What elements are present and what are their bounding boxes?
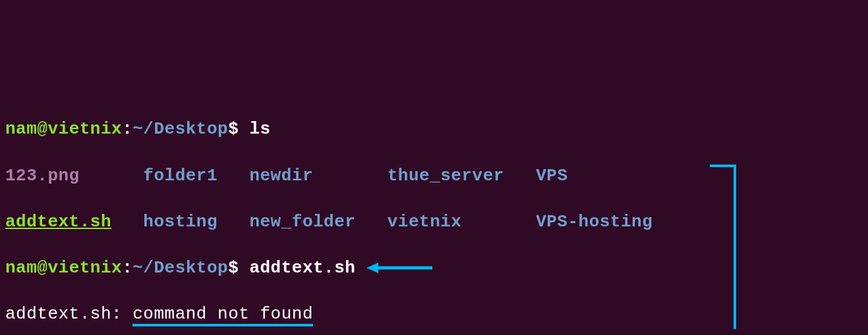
arrow-icon xyxy=(366,262,432,274)
prompt-at: @ xyxy=(37,258,47,278)
file-dir: hosting xyxy=(143,212,217,232)
prompt-colon: : xyxy=(122,258,132,278)
error-message: command not found xyxy=(132,304,313,326)
file-dir: newdir xyxy=(249,166,313,186)
prompt-path: ~/Desktop xyxy=(132,258,228,278)
prompt-dollar: $ xyxy=(228,258,239,278)
svg-marker-1 xyxy=(366,263,378,273)
file-dir: VPS xyxy=(536,166,567,186)
file-dir: folder1 xyxy=(143,166,217,186)
file-dir: thue_server xyxy=(388,166,504,186)
prompt-host: vietnix xyxy=(47,258,122,278)
file-dir: VPS-hosting xyxy=(536,212,652,232)
prompt-user: nam xyxy=(5,258,37,278)
file-png: 123.png xyxy=(5,166,80,186)
prompt-colon: : xyxy=(122,119,132,139)
prompt-path: ~/Desktop xyxy=(132,119,228,139)
command-ls: ls xyxy=(249,119,270,139)
command-attempt1: addtext.sh xyxy=(249,258,355,278)
prompt-dollar: $ xyxy=(228,119,239,139)
bracket-annotation xyxy=(710,165,736,329)
file-dir: vietnix xyxy=(388,212,462,232)
file-exec: addtext.sh xyxy=(5,212,111,232)
line-1: nam@vietnix:~/Desktop$ ls xyxy=(5,118,863,141)
prompt-host: vietnix xyxy=(47,119,122,139)
prompt-at: @ xyxy=(37,119,47,139)
prompt-user: nam xyxy=(5,119,37,139)
error-prefix: addtext.sh: xyxy=(5,304,132,324)
file-dir: new_folder xyxy=(249,212,355,232)
